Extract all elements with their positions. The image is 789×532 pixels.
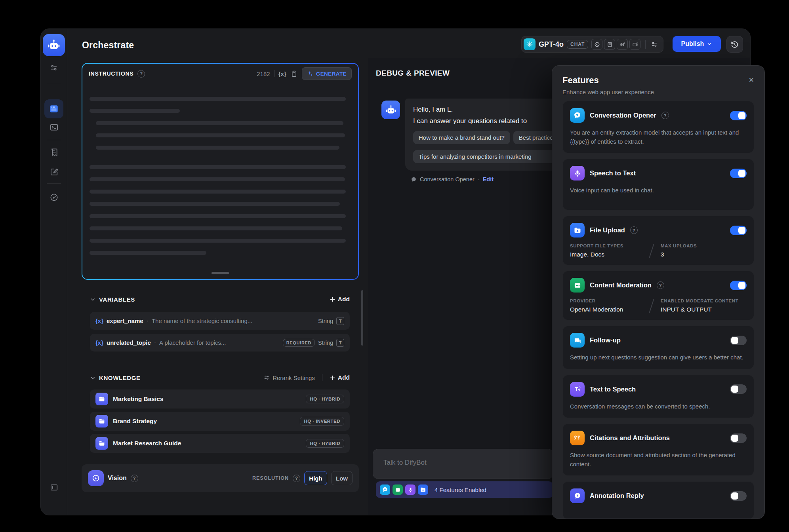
text-to-speech-toggle[interactable]	[730, 384, 747, 394]
kv-value: INPUT & OUTPUT	[661, 306, 738, 313]
resolution-low-button[interactable]: Low	[331, 471, 353, 485]
sidebar-item-orchestrate[interactable]	[44, 99, 63, 118]
help-icon[interactable]: ?	[657, 281, 664, 289]
section-title: VARIABLES	[99, 296, 135, 303]
skeleton-line	[90, 226, 342, 230]
speech-to-text-toggle[interactable]	[730, 169, 747, 178]
instructions-header: INSTRUCTIONS ? 2182 {x} GENERATE	[82, 64, 358, 84]
feature-card-annotation-reply: Annotation Reply ──────── ────── ──── ──…	[562, 481, 754, 519]
help-icon[interactable]: ?	[293, 475, 300, 482]
variable-row[interactable]: {x} expert_name · The name of the strate…	[90, 312, 350, 330]
model-selector[interactable]: ✳ GPT-4o CHAT	[521, 36, 663, 53]
page-title: Orchestrate	[82, 40, 134, 51]
file-upload-toggle[interactable]	[730, 226, 747, 235]
help-icon[interactable]: ?	[630, 226, 638, 234]
generate-label: GENERATE	[316, 71, 347, 77]
app-avatar[interactable]	[43, 34, 65, 56]
skeleton-line	[90, 239, 346, 243]
conversation-opener-icon	[570, 108, 585, 123]
add-variable-button[interactable]: Add	[330, 296, 350, 303]
variable-description: A placeholder for topics...	[159, 339, 280, 346]
publish-button[interactable]: Publish	[673, 36, 721, 52]
knowledge-badge: HQ · HYBRID	[306, 439, 344, 448]
log-icon[interactable]	[49, 147, 59, 157]
knowledge-row[interactable]: Brand Strategy HQ · INVERTED	[90, 412, 350, 431]
opener-label: Conversation Opener	[420, 176, 475, 182]
knowledge-name: Market Research Guide	[113, 440, 301, 447]
debug-preview-title: DEBUG & PREVIEW	[376, 69, 450, 78]
help-icon[interactable]: ?	[661, 112, 669, 119]
rerank-settings-button[interactable]: Rerank Settings	[263, 374, 315, 381]
skeleton-line	[96, 146, 339, 150]
citations-toggle[interactable]	[730, 433, 747, 443]
history-icon	[730, 40, 739, 49]
variable-row[interactable]: {x} unrelated_topic · A placeholder for …	[90, 334, 350, 352]
conversation-opener-toggle[interactable]	[730, 111, 747, 120]
knowledge-badge: HQ · INVERTED	[300, 417, 344, 426]
sliders-icon[interactable]	[49, 63, 59, 72]
close-icon[interactable]: ✕	[749, 76, 754, 84]
feature-title: File Upload	[590, 226, 625, 234]
bot-avatar	[381, 101, 400, 119]
model-tune-sliders-icon[interactable]	[650, 40, 658, 48]
sidebar-divider	[47, 183, 61, 184]
collapse-panel-icon[interactable]	[49, 483, 59, 492]
sidebar-divider	[47, 140, 61, 140]
variable-name: expert_name	[107, 317, 143, 324]
skeleton-line	[90, 97, 346, 101]
knowledge-badge: HQ · HYBRID	[306, 395, 344, 403]
skeleton-line	[90, 165, 346, 169]
knowledge-name: Brand Strategy	[113, 418, 295, 425]
divider	[322, 374, 322, 381]
knowledge-row[interactable]: Market Research Guide HQ · HYBRID	[90, 434, 350, 453]
knowledge-header: KNOWLEDGE Rerank Settings Add	[90, 374, 350, 381]
annotation-reply-toggle[interactable]	[730, 491, 747, 501]
kv-label: SUPPORT FILE TYPES	[570, 243, 651, 248]
content-moderation-toggle[interactable]	[730, 281, 747, 290]
resolution-high-button[interactable]: High	[304, 471, 327, 485]
variable-description: The name of the strategic consulting...	[152, 317, 315, 324]
resize-handle[interactable]	[212, 272, 229, 274]
feature-description: Setting up next questions suggestion can…	[570, 353, 747, 362]
generate-button[interactable]: GENERATE	[302, 67, 352, 80]
clipboard-icon[interactable]	[290, 70, 298, 78]
scrollbar[interactable]	[361, 290, 363, 346]
chevron-down-icon	[707, 41, 712, 47]
kv-value: 3	[661, 251, 697, 258]
skeleton-line	[90, 251, 206, 255]
vision-icon	[88, 470, 104, 486]
feature-card-file-upload: File Upload ? SUPPORT FILE TYPES Image, …	[562, 216, 754, 265]
variable-type: String	[318, 318, 333, 324]
annotation-edit-icon[interactable]	[49, 167, 59, 177]
file-upload-icon	[418, 484, 428, 495]
help-icon[interactable]: ?	[131, 475, 138, 482]
kv-label: ENABLED MODERATE CONTENT	[661, 298, 738, 303]
history-button[interactable]	[726, 36, 743, 53]
suggested-question-chip[interactable]: How to make a brand stand out?	[413, 131, 510, 144]
features-panel-subtitle: Enhance web app user experience	[562, 89, 754, 95]
robot-icon	[384, 103, 398, 117]
edit-opener-link[interactable]: Edit	[483, 176, 494, 182]
terminal-icon[interactable]	[49, 122, 59, 132]
kv-label: PROVIDER	[570, 298, 651, 303]
suggested-question-chip[interactable]: Tips for analyzing competitors in market…	[413, 150, 564, 163]
chat-input[interactable]: Talk to DifyBot	[373, 449, 553, 479]
add-knowledge-button[interactable]: Add	[330, 374, 350, 381]
sidebar-divider	[47, 84, 61, 84]
bot-message-bubble: Hello, I am L. I can answer your questio…	[405, 99, 564, 171]
features-enabled-bar[interactable]: 4 Features Enabled	[376, 481, 553, 498]
gauge-icon[interactable]	[49, 192, 59, 202]
video-sparkle-icon	[629, 39, 640, 50]
annotation-reply-icon	[570, 488, 585, 503]
kv-value: Image, Docs	[570, 251, 651, 258]
feature-description: Voice input can be used in chat.	[570, 186, 747, 195]
knowledge-row[interactable]: Marketing Basics HQ · HYBRID	[90, 390, 350, 408]
insert-variable-icon[interactable]: {x}	[278, 70, 286, 77]
feature-description: You are an entity extraction model that …	[570, 128, 747, 146]
help-icon[interactable]: ?	[137, 70, 145, 78]
microphone-icon	[405, 484, 415, 495]
chevron-down-icon[interactable]	[90, 296, 96, 302]
chevron-down-icon[interactable]	[90, 375, 96, 381]
feature-title: Text to Speech	[590, 386, 636, 393]
follow-up-toggle[interactable]	[730, 336, 747, 345]
